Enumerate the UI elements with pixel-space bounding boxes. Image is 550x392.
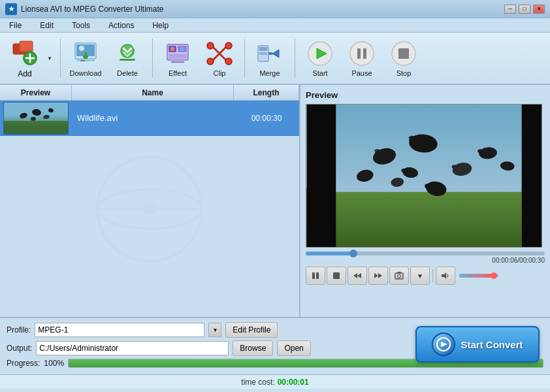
- title-bar: ★ Lionsea AVI to MPEG Converter Ultimate…: [0, 0, 550, 18]
- video-time-display: 00:00:06/00:00:30: [306, 257, 545, 264]
- merge-label: Merge: [259, 69, 280, 77]
- stop-label: Stop: [396, 69, 412, 77]
- svg-rect-10: [76, 59, 95, 61]
- merge-icon: [255, 39, 284, 68]
- svg-marker-75: [374, 273, 378, 278]
- svg-point-34: [350, 42, 374, 65]
- clip-icon: [205, 39, 234, 68]
- menu-file[interactable]: File: [5, 20, 25, 31]
- col-name-header: Name: [72, 85, 234, 100]
- add-icon: [10, 39, 39, 69]
- svg-rect-17: [169, 54, 187, 59]
- clip-button[interactable]: Clip: [200, 36, 239, 80]
- video-volume-button[interactable]: [436, 267, 455, 285]
- thumbnail-image: [3, 102, 69, 135]
- svg-marker-73: [353, 273, 357, 278]
- menu-help[interactable]: Help: [148, 20, 172, 31]
- menu-actions[interactable]: Actions: [105, 20, 138, 31]
- profile-dropdown-button[interactable]: ▼: [208, 323, 221, 337]
- video-dropdown-button[interactable]: ▼: [410, 267, 430, 285]
- window-controls: ─ □ ✕: [504, 5, 545, 14]
- svg-point-66: [425, 184, 431, 189]
- main-area: Preview Name Length: [0, 85, 550, 317]
- svg-rect-71: [316, 272, 319, 279]
- video-forward-button[interactable]: [368, 267, 388, 285]
- video-rewind-button[interactable]: [348, 267, 367, 285]
- add-button[interactable]: Add: [5, 36, 44, 80]
- svg-point-19: [180, 47, 184, 51]
- svg-point-18: [170, 47, 174, 51]
- pause-label: Pause: [351, 69, 372, 77]
- volume-track[interactable]: [459, 274, 498, 278]
- video-controls: ▼: [306, 267, 545, 285]
- menu-edit[interactable]: Edit: [36, 20, 57, 31]
- download-button[interactable]: Download: [66, 36, 105, 80]
- svg-rect-35: [357, 48, 361, 59]
- video-progress-thumb[interactable]: [349, 250, 357, 257]
- window-title: Lionsea AVI to MPEG Converter Ultimate: [21, 5, 504, 14]
- svg-marker-74: [357, 273, 361, 278]
- video-progress-bar[interactable]: [306, 252, 545, 255]
- start-icon: [306, 39, 334, 68]
- svg-point-7: [79, 46, 84, 51]
- video-stop-button[interactable]: [327, 267, 346, 285]
- watermark: [84, 144, 215, 274]
- start-convert-button[interactable]: Start Convert: [415, 326, 540, 363]
- edit-profile-button[interactable]: Edit Profile: [225, 322, 278, 338]
- volume-thumb[interactable]: [491, 272, 497, 279]
- output-path-input[interactable]: [36, 341, 229, 355]
- svg-rect-38: [398, 48, 409, 59]
- app-icon: ★: [5, 3, 17, 15]
- svg-point-78: [398, 274, 401, 278]
- video-progress-fill: [306, 252, 353, 255]
- video-snapshot-button[interactable]: [389, 267, 409, 285]
- file-name: Wildlife.avi: [72, 113, 234, 123]
- svg-marker-80: [442, 272, 446, 279]
- table-row[interactable]: Wildlife.avi 00:00:30: [0, 101, 299, 136]
- merge-button[interactable]: Merge: [250, 36, 289, 80]
- effect-button[interactable]: Effect: [158, 36, 197, 80]
- pause-button[interactable]: Pause: [342, 36, 381, 80]
- toolbar-separator-4: [295, 39, 295, 78]
- file-preview-thumbnail: [0, 101, 72, 136]
- delete-icon: [113, 39, 142, 68]
- add-label: Add: [18, 69, 31, 78]
- stop-button[interactable]: Stop: [384, 36, 423, 80]
- close-button[interactable]: ✕: [533, 5, 545, 14]
- preview-panel: Preview: [300, 85, 550, 317]
- video-pause-button[interactable]: [306, 267, 325, 285]
- svg-rect-9: [84, 52, 87, 59]
- profile-input[interactable]: [35, 323, 204, 337]
- svg-rect-53: [307, 105, 336, 247]
- svg-rect-70: [312, 272, 315, 279]
- start-button[interactable]: Start: [300, 36, 340, 80]
- menu-tools[interactable]: Tools: [68, 20, 94, 31]
- svg-point-60: [452, 165, 457, 169]
- svg-rect-72: [333, 272, 340, 279]
- toolbar: Add ▼ Download: [0, 33, 550, 85]
- minimize-button[interactable]: ─: [504, 5, 516, 14]
- output-label: Output:: [7, 344, 32, 353]
- download-icon: [71, 39, 100, 68]
- svg-point-49: [31, 117, 36, 121]
- svg-marker-76: [378, 273, 382, 278]
- progress-value: 100%: [44, 359, 64, 368]
- browse-button[interactable]: Browse: [233, 340, 273, 356]
- controls-separator: [432, 269, 433, 282]
- svg-point-62: [401, 169, 406, 172]
- maximize-button[interactable]: □: [519, 5, 530, 14]
- pause-icon: [348, 39, 376, 68]
- file-list-header: Preview Name Length: [0, 85, 299, 101]
- profile-label: Profile:: [7, 325, 31, 335]
- svg-point-64: [477, 149, 483, 153]
- open-button[interactable]: Open: [277, 340, 310, 356]
- svg-rect-11: [80, 60, 86, 61]
- volume-fill: [459, 274, 493, 278]
- video-seek-track[interactable]: [306, 252, 545, 255]
- toolbar-separator-3: [244, 39, 245, 78]
- add-dropdown-button[interactable]: ▼: [44, 36, 55, 80]
- svg-point-23: [207, 42, 214, 49]
- delete-button[interactable]: Delete: [108, 36, 147, 80]
- col-length-header: Length: [234, 85, 299, 100]
- svg-point-48: [43, 114, 50, 120]
